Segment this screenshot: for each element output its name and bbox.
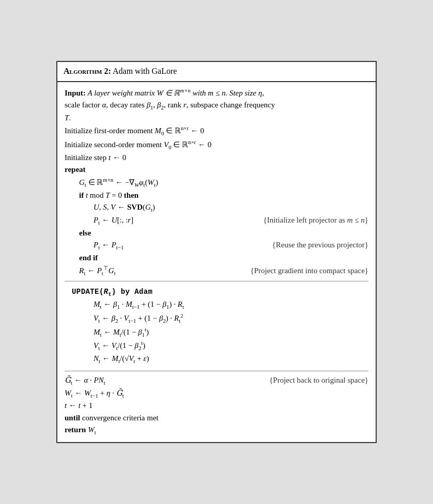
update-header: UPDATE(Rt) by Adam <box>65 287 368 298</box>
divider-2 <box>65 371 368 371</box>
init-moment2: Initialize second-order moment V0 ∈ ℝn×r… <box>65 138 368 152</box>
w-update-line: Wt ← Wt−1 + η · G̃t <box>65 387 368 400</box>
init-step: Initialize step t ← 0 <box>65 152 368 164</box>
divider-1 <box>65 281 368 281</box>
algorithm-name: Adam with GaLore <box>113 67 177 75</box>
init-moment1: Initialize first-order moment M0 ∈ ℝn×r … <box>65 124 368 138</box>
svd-line: U, S, V ← SVD(Gt) <box>65 201 368 214</box>
input-line1: Input: A layer weight matrix W ∈ ℝm×n wi… <box>65 86 368 99</box>
endif-keyword: end if <box>65 252 368 264</box>
algorithm-box: Algorithm 2: Adam with GaLore Input: A l… <box>56 61 377 443</box>
until-line: until convergence criteria met <box>65 412 368 424</box>
algorithm-label: Algorithm 2: <box>64 67 111 75</box>
input-line3: T. <box>65 112 368 124</box>
input-line2: scale factor α, decay rates β1, β2, rank… <box>65 99 368 112</box>
if-line: if t mod T = 0 then <box>65 190 368 201</box>
repeat-keyword: repeat <box>65 164 368 176</box>
adam-line1: Mt ← β1 · Mt−1 + (1 − β1) · Rt <box>65 298 368 311</box>
pt-else-line: Pt ← Pt−1 {Reuse the previous projector} <box>65 239 368 252</box>
g-tilde-line: G̃t ← α · PNt {Project back to original … <box>65 374 368 387</box>
pt-svd-line: Pt ← U[:, :r] {Initialize left projector… <box>65 214 368 227</box>
adam-line3: Mt ← Mt/(1 − β1t) <box>65 325 368 339</box>
update-block: UPDATE(Rt) by Adam Mt ← β1 · Mt−1 + (1 −… <box>65 285 368 368</box>
adam-line4: Vt ← Vt/(1 − β2t) <box>65 339 368 353</box>
return-line: return Wt <box>65 424 368 437</box>
input-text: A layer weight matrix W ∈ ℝm×n with m ≤ … <box>88 89 264 97</box>
t-update-line: t ← t + 1 <box>65 400 368 412</box>
input-section: Input: A layer weight matrix W ∈ ℝm×n wi… <box>65 86 368 164</box>
else-keyword: else <box>65 227 368 239</box>
adam-line5: Nt ← Mt/(√Vt + ε) <box>65 353 368 366</box>
adam-line2: Vt ← β2 · Vt−1 + (1 − β2) · Rt2 <box>65 311 368 325</box>
input-keyword: Input: <box>65 89 86 97</box>
g-assign-line: Gt ∈ ℝm×n ← −∇Wφt(Wt) <box>65 176 368 190</box>
algorithm-title: Algorithm 2: Adam with GaLore <box>57 62 376 82</box>
algorithm-body: Input: A layer weight matrix W ∈ ℝm×n wi… <box>57 82 376 442</box>
rt-line: Rt ← Pt⊤Gt {Project gradient into compac… <box>65 264 368 278</box>
